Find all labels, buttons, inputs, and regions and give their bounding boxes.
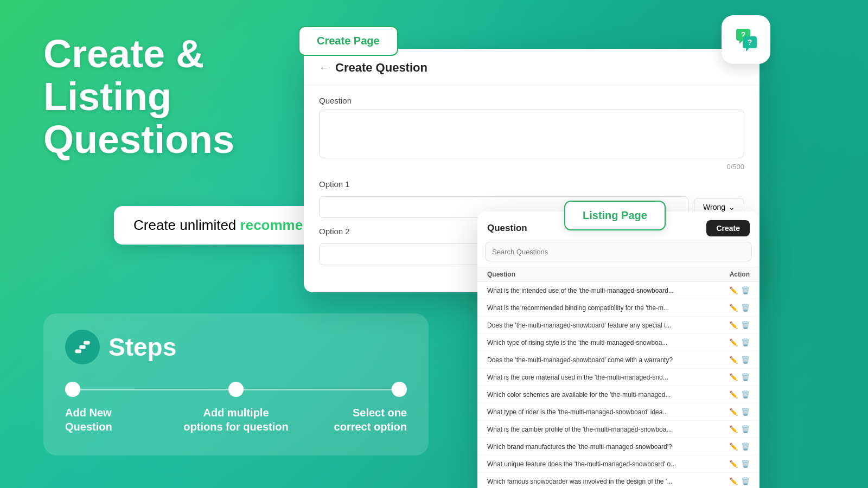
hero-title-line2: Listing (43, 75, 171, 118)
table-row: Which famous snowboarder was involved in… (477, 473, 760, 488)
col-question-header: Question (487, 271, 515, 278)
step-label-2: Add multipleoptions for question (182, 406, 290, 434)
steps-card: Steps Add NewQuestion Add multipleoption… (43, 313, 429, 455)
row-text: Which type of rising style is the 'the-m… (487, 339, 704, 346)
row-actions: ✏️ 🗑️ (729, 304, 750, 312)
delete-icon[interactable]: 🗑️ (741, 304, 750, 312)
option1-label: Option 1 (319, 179, 744, 189)
row-text: Which famous snowboarder was involved in… (487, 478, 704, 485)
step-dot-3 (392, 382, 407, 397)
delete-icon[interactable]: 🗑️ (741, 338, 750, 346)
svg-rect-1 (79, 345, 85, 349)
steps-title: Steps (108, 332, 176, 362)
steps-dots (65, 382, 407, 397)
logo-badge: ? ? (722, 15, 770, 64)
table-row: Does the 'the-multi-managed-snowboard' f… (477, 317, 760, 334)
row-text: Does the 'the-multi-managed-snowboard' f… (487, 322, 704, 329)
row-actions: ✏️ 🗑️ (729, 390, 750, 399)
delete-icon[interactable]: 🗑️ (741, 477, 750, 485)
steps-icon (65, 330, 100, 364)
hero-title-line3: Questions (43, 118, 234, 161)
delete-icon[interactable]: 🗑️ (741, 408, 750, 416)
table-row: What is the core material used in the 't… (477, 369, 760, 386)
banner-prefix: Create unlimited (133, 217, 240, 233)
edit-icon[interactable]: ✏️ (729, 286, 738, 294)
back-button[interactable]: ← (319, 62, 329, 74)
edit-icon[interactable]: ✏️ (729, 425, 738, 433)
table-row: What is the camber profile of the 'the-m… (477, 421, 760, 438)
row-text: Which color schemes are available for th… (487, 391, 704, 399)
table-row: Which brand manufactures the 'the-multi-… (477, 438, 760, 455)
row-actions: ✏️ 🗑️ (729, 338, 750, 346)
delete-icon[interactable]: 🗑️ (741, 390, 750, 399)
row-actions: ✏️ 🗑️ (729, 286, 750, 294)
step-dot-1 (65, 382, 80, 397)
row-actions: ✏️ 🗑️ (729, 356, 750, 364)
row-actions: ✏️ 🗑️ (729, 460, 750, 468)
listing-rows: What is the intended use of the 'the-mul… (477, 282, 760, 488)
delete-icon[interactable]: 🗑️ (741, 442, 750, 451)
row-actions: ✏️ 🗑️ (729, 373, 750, 381)
char-count: 0/500 (319, 163, 744, 171)
question-label: Question (319, 96, 744, 105)
option1-chevron-icon: ⌄ (729, 203, 735, 211)
delete-icon[interactable]: 🗑️ (741, 460, 750, 468)
hero-section: Create & Listing Questions (43, 33, 234, 162)
table-row: Which color schemes are available for th… (477, 386, 760, 403)
listing-create-button[interactable]: Create (706, 220, 750, 236)
step-dot-2 (228, 382, 244, 397)
row-text: What is the intended use of the 'the-mul… (487, 287, 704, 294)
edit-icon[interactable]: ✏️ (729, 304, 738, 312)
edit-icon[interactable]: ✏️ (729, 356, 738, 364)
row-actions: ✏️ 🗑️ (729, 477, 750, 485)
create-page-tab[interactable]: Create Page (298, 26, 398, 56)
steps-labels: Add NewQuestion Add multipleoptions for … (65, 406, 407, 434)
logo-icon: ? ? (731, 24, 761, 55)
edit-icon[interactable]: ✏️ (729, 321, 738, 329)
edit-icon[interactable]: ✏️ (729, 442, 738, 451)
table-row: What type of rider is the 'the-multi-man… (477, 403, 760, 421)
row-text: What unique feature does the 'the-multi-… (487, 460, 704, 468)
edit-icon[interactable]: ✏️ (729, 390, 738, 399)
row-actions: ✏️ 🗑️ (729, 425, 750, 433)
edit-icon[interactable]: ✏️ (729, 338, 738, 346)
delete-icon[interactable]: 🗑️ (741, 321, 750, 329)
listing-card: Question Create Question Action What is … (477, 211, 760, 488)
create-tab-label: Create Page (317, 35, 380, 47)
svg-text:?: ? (748, 38, 752, 47)
listing-table-header: Question Action (477, 267, 760, 282)
step-label-1: Add NewQuestion (65, 406, 174, 434)
listing-page-tab[interactable]: Listing Page (564, 201, 666, 230)
table-row: Does the 'the-multi-managed-snowboard' c… (477, 351, 760, 369)
edit-icon[interactable]: ✏️ (729, 477, 738, 485)
question-textarea[interactable] (319, 110, 744, 158)
row-text: What type of rider is the 'the-multi-man… (487, 408, 704, 416)
delete-icon[interactable]: 🗑️ (741, 286, 750, 294)
step-line-2 (244, 389, 392, 390)
row-actions: ✏️ 🗑️ (729, 321, 750, 329)
table-row: What unique feature does the 'the-multi-… (477, 455, 760, 473)
search-input[interactable] (485, 242, 752, 261)
step-line-1 (80, 389, 228, 390)
col-action-header: Action (730, 271, 750, 278)
delete-icon[interactable]: 🗑️ (741, 425, 750, 433)
row-text: What is the camber profile of the 'the-m… (487, 426, 704, 433)
edit-icon[interactable]: ✏️ (729, 408, 738, 416)
row-text: Does the 'the-multi-managed-snowboard' c… (487, 356, 704, 364)
steps-header: Steps (65, 330, 407, 364)
table-row: What is the intended use of the 'the-mul… (477, 282, 760, 299)
delete-icon[interactable]: 🗑️ (741, 373, 750, 381)
table-row: Which type of rising style is the 'the-m… (477, 334, 760, 351)
step-label-3: Select onecorrect option (298, 406, 407, 434)
create-question-title: Create Question (335, 61, 427, 75)
hero-title-line1: Create & (43, 32, 204, 75)
delete-icon[interactable]: 🗑️ (741, 356, 750, 364)
svg-rect-2 (84, 341, 90, 345)
edit-icon[interactable]: ✏️ (729, 373, 738, 381)
svg-rect-0 (75, 350, 81, 354)
listing-header-title: Question (487, 223, 527, 234)
row-text: What is the core material used in the 't… (487, 374, 704, 381)
edit-icon[interactable]: ✏️ (729, 460, 738, 468)
row-text: What is the recommended binding compatib… (487, 304, 704, 312)
row-text: Which brand manufactures the 'the-multi-… (487, 443, 704, 451)
